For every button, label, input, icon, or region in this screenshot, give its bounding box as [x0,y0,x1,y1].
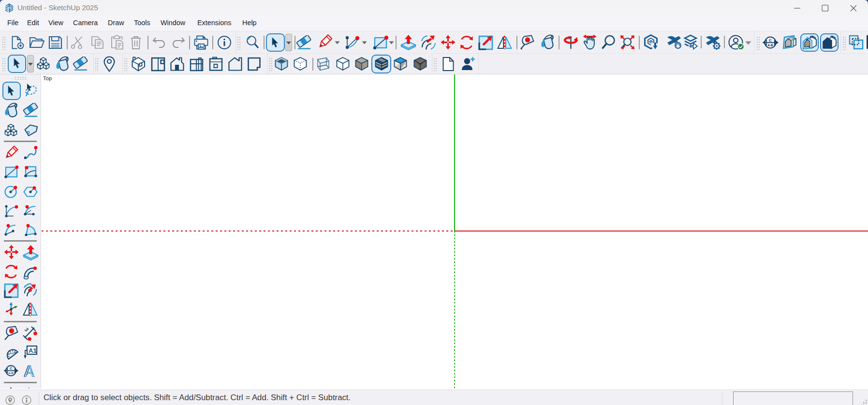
svg-text:C: C [10,366,13,371]
svg-text:A-B: A-B [8,372,14,375]
svg-text:A-B: A-B [767,43,773,47]
svg-text:3: 3 [24,326,29,333]
svg-text:A1: A1 [29,347,37,354]
svg-text:A: A [25,364,35,379]
svg-text:C: C [769,38,772,43]
